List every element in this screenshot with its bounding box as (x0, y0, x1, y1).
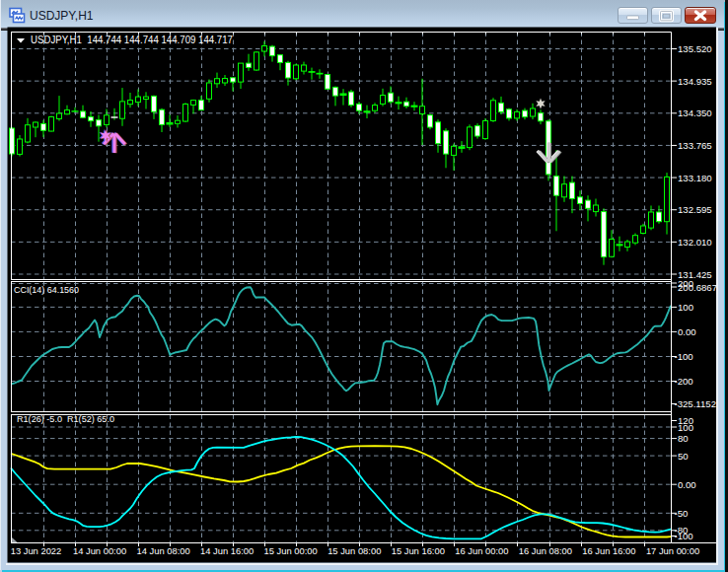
svg-text:17 Jun 00:00: 17 Jun 00:00 (646, 545, 699, 556)
svg-text:-100: -100 (675, 531, 693, 541)
svg-text:13 Jun 2022: 13 Jun 2022 (11, 545, 62, 556)
svg-text:132.010: 132.010 (678, 237, 712, 248)
svg-text:16 Jun 00:00: 16 Jun 00:00 (455, 545, 508, 556)
svg-text:50: 50 (678, 451, 689, 462)
svg-text:14 Jun 08:00: 14 Jun 08:00 (136, 545, 189, 556)
svg-text:133.765: 133.765 (678, 140, 712, 151)
svg-text:0.00: 0.00 (678, 326, 696, 337)
svg-text:0.00: 0.00 (678, 479, 696, 490)
svg-text:134.350: 134.350 (678, 107, 712, 118)
svg-text:100: 100 (678, 422, 693, 433)
svg-text:-50: -50 (675, 508, 689, 519)
svg-text:133.180: 133.180 (678, 173, 712, 183)
svg-text:15 Jun 16:00: 15 Jun 16:00 (392, 545, 445, 556)
svg-text:CCI(14) 64.1560: CCI(14) 64.1560 (14, 284, 79, 295)
svg-text:R1(26) -5.0 R1(52) 65.0: R1(26) -5.0 R1(52) 65.0 (17, 413, 114, 424)
svg-text:14 Jun 16:00: 14 Jun 16:00 (200, 545, 254, 556)
svg-text:16 Jun 16:00: 16 Jun 16:00 (582, 545, 635, 556)
svg-text:134.935: 134.935 (678, 76, 712, 87)
svg-text:15 Jun 08:00: 15 Jun 08:00 (328, 545, 381, 556)
svg-text:16 Jun 08:00: 16 Jun 08:00 (519, 545, 572, 556)
svg-text:200.6867: 200.6867 (678, 282, 717, 293)
svg-text:USDJPY,H1 144.744 144.744 144: USDJPY,H1 144.744 144.744 144.709 144.71… (31, 35, 233, 45)
svg-text:132.595: 132.595 (678, 204, 712, 215)
svg-text:-325.1152: -325.1152 (675, 398, 717, 409)
svg-text:100: 100 (678, 302, 693, 313)
svg-text:15 Jun 00:00: 15 Jun 00:00 (264, 545, 318, 556)
svg-text:80: 80 (678, 433, 689, 444)
svg-text:14 Jun 00:00: 14 Jun 00:00 (73, 545, 126, 556)
svg-text:-200: -200 (675, 376, 693, 387)
svg-text:135.520: 135.520 (678, 43, 712, 54)
svg-text:-100: -100 (675, 351, 693, 362)
